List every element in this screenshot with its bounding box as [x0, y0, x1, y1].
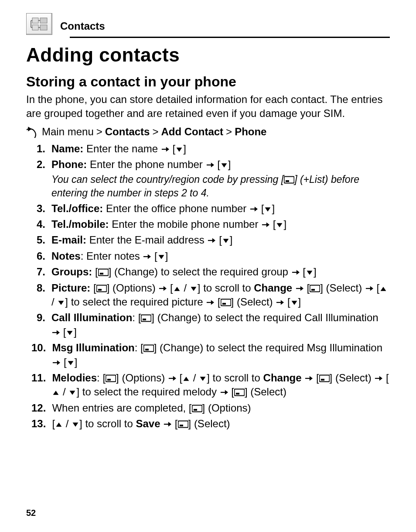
down-icon	[199, 375, 207, 382]
right-arrow-icon	[261, 221, 270, 229]
step-label: E-mail:	[51, 234, 86, 246]
down-icon	[222, 237, 230, 244]
step-num: 4.	[31, 217, 45, 231]
nav-sep: >	[152, 126, 158, 138]
step-7: 7. Groups: [] (Change) to select the req…	[31, 265, 390, 279]
step-1: 1. Name: Enter the name []	[31, 142, 390, 156]
softkey-icon	[310, 285, 320, 292]
step-text: (Change) to select the required Msg Illu…	[160, 342, 382, 354]
right-arrow-icon	[220, 388, 228, 396]
step-6: 6. Notes: Enter notes []	[31, 249, 390, 263]
up-icon	[52, 389, 60, 396]
step-num: 5.	[31, 233, 45, 247]
step-text: Enter the phone number	[90, 158, 203, 170]
step-change: Change	[254, 282, 292, 294]
step-text: Enter the office phone number	[106, 203, 246, 214]
right-arrow-icon	[206, 299, 215, 306]
right-arrow-icon	[52, 359, 61, 367]
softkey-icon	[319, 374, 330, 382]
step-num: 11.	[31, 371, 46, 399]
down-icon	[306, 269, 314, 276]
header-section: Contacts	[60, 20, 105, 35]
step-label: Call Illumination	[51, 312, 132, 323]
softkey-icon	[96, 285, 107, 292]
step-text: When entries are completed,	[52, 402, 186, 414]
softkey-icon	[192, 405, 202, 412]
right-arrow-icon	[374, 374, 383, 382]
softkey-icon	[141, 314, 151, 322]
down-icon	[157, 254, 165, 261]
down-icon	[290, 299, 298, 306]
step-label: Tel./mobile:	[51, 218, 109, 230]
right-arrow-icon	[168, 374, 177, 382]
step-label: Tel./office:	[51, 203, 103, 214]
step-save: Save	[136, 418, 160, 429]
nav-sep: >	[96, 126, 102, 138]
down-icon	[57, 299, 65, 306]
right-arrow-icon	[206, 161, 215, 169]
enter-icon	[26, 125, 39, 138]
right-arrow-icon	[276, 299, 284, 306]
step-scroll: to scroll to	[213, 372, 260, 384]
nav-item-add-contact: Add Contact	[161, 126, 223, 138]
page-number: 52	[26, 508, 36, 518]
step-select: (Select)	[237, 296, 273, 308]
step-scroll: to scroll to	[203, 282, 251, 294]
note-text-a: You can select the country/region code b…	[51, 174, 278, 185]
step-select: (Select)	[250, 386, 286, 398]
right-arrow-icon	[295, 285, 304, 292]
nav-item-phone: Phone	[235, 126, 266, 138]
step-num: 12.	[31, 401, 46, 415]
step-mid: to select the required picture	[71, 296, 203, 308]
step-num: 1.	[31, 142, 45, 156]
step-13: 13. [ / ] to scroll to Save [] (Select)	[31, 417, 390, 431]
right-arrow-icon	[207, 237, 216, 244]
right-arrow-icon	[51, 329, 60, 336]
step-label: Melodies	[52, 372, 97, 384]
step-select: (Select)	[194, 418, 230, 429]
down-icon	[68, 389, 76, 396]
step-12: 12. When entries are completed, [] (Opti…	[31, 401, 390, 415]
right-arrow-icon	[249, 205, 258, 213]
intro-text: In the phone, you can store detailed inf…	[26, 93, 390, 121]
softkey-icon	[178, 420, 188, 428]
header-rule	[70, 37, 390, 38]
step-options: (Options)	[122, 372, 165, 384]
right-arrow-icon	[161, 145, 170, 153]
nav-item-contacts: Contacts	[105, 126, 150, 138]
step-label: Name:	[51, 143, 83, 154]
down-icon	[220, 162, 228, 169]
step-options: (Options)	[208, 402, 251, 414]
step-change: Change	[263, 372, 302, 384]
softkey-icon	[106, 374, 116, 382]
up-icon	[182, 375, 190, 382]
step-list: 1. Name: Enter the name [] 2. Phone: Ent…	[31, 142, 390, 431]
svg-rect-10	[32, 18, 38, 23]
step-9: 9. Call Illumination: [] (Change) to sel…	[31, 311, 390, 339]
softkey-icon	[98, 268, 109, 276]
right-arrow-icon	[143, 253, 151, 261]
step-label: Notes	[51, 250, 81, 262]
page-title: Adding contacts	[26, 44, 390, 66]
right-arrow-icon	[291, 268, 300, 276]
step-options: (Options)	[113, 282, 156, 294]
breadcrumb: Main menu > Contacts > Add Contact > Pho…	[26, 125, 390, 138]
step-num: 7.	[31, 265, 45, 279]
step-text: (Change) to select the required group	[114, 266, 288, 278]
step-num: 8.	[31, 281, 45, 309]
step-label: Groups:	[51, 266, 92, 278]
step-label: Msg Illumination	[52, 342, 134, 354]
step-text: Enter the mobile phone number	[112, 218, 258, 230]
step-note: You can select the country/region code b…	[51, 173, 390, 200]
step-num: 9.	[31, 311, 45, 339]
step-11: 11. Melodies: [] (Options) [ / ] to scro…	[31, 371, 390, 399]
section-icon	[26, 13, 52, 35]
step-text: Enter the name	[86, 143, 158, 154]
softkey-icon	[284, 176, 294, 184]
down-icon	[72, 421, 79, 428]
down-icon	[276, 222, 283, 229]
step-3: 3. Tel./office: Enter the office phone n…	[31, 202, 390, 216]
down-icon	[264, 206, 272, 213]
down-icon	[175, 146, 183, 153]
step-num: 10.	[31, 341, 46, 369]
